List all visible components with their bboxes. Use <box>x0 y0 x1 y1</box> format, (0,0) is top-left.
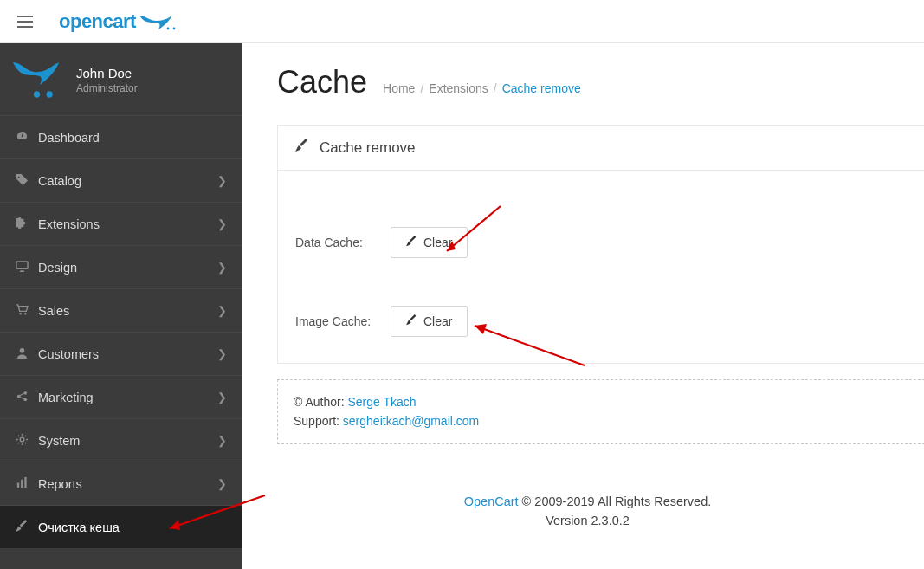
panel-title: Cache remove <box>320 139 416 157</box>
user-block: John Doe Administrator <box>0 43 242 115</box>
svg-point-11 <box>20 437 24 442</box>
top-bar: opencart <box>0 0 924 43</box>
cog-icon <box>16 433 38 449</box>
sidebar-item-label: Customers <box>38 347 217 361</box>
footer-version: Version 2.3.0.2 <box>277 512 898 531</box>
sidebar-item-label: Очистка кеша <box>38 521 227 534</box>
svg-point-7 <box>20 347 25 352</box>
share-icon <box>16 390 38 405</box>
sidebar-item-extensions[interactable]: Extensions❯ <box>0 202 242 245</box>
brand-name: opencart <box>59 10 136 33</box>
button-label: Clear <box>423 236 452 249</box>
chevron-right-icon: ❯ <box>217 217 227 230</box>
sidebar-item-label: Extensions <box>38 217 217 231</box>
sidebar-item-label: Dashboard <box>38 131 227 145</box>
author-info-box: © Author: Serge Tkach Support: sergheitk… <box>277 379 924 444</box>
sidebar-item-marketing[interactable]: Marketing❯ <box>0 375 242 418</box>
bars-icon <box>16 476 38 492</box>
user-icon <box>16 346 38 362</box>
footer: OpenCart © 2009-2019 All Rights Reserved… <box>277 493 924 531</box>
svg-rect-4 <box>16 261 28 268</box>
svg-point-5 <box>19 312 21 314</box>
svg-point-6 <box>24 312 26 314</box>
button-label: Clear <box>423 314 452 328</box>
footer-rights: © 2009-2019 All Rights Reserved. <box>519 495 712 508</box>
brush-icon <box>406 314 417 328</box>
chevron-right-icon: ❯ <box>217 477 227 490</box>
svg-rect-13 <box>21 479 23 487</box>
breadcrumb: Home/Extensions/Cache remove <box>383 81 581 95</box>
breadcrumb-item[interactable]: Extensions <box>429 81 488 95</box>
sidebar-item-system[interactable]: System❯ <box>0 418 242 462</box>
sidebar-item-sales[interactable]: Sales❯ <box>0 288 242 332</box>
page-header: Cache Home/Extensions/Cache remove <box>277 64 924 100</box>
page-title: Cache <box>277 64 367 100</box>
cache-row: Image Cache:Clear <box>295 306 907 337</box>
author-prefix: © Author: <box>294 395 347 409</box>
desktop-icon <box>16 260 38 275</box>
sidebar: John Doe Administrator DashboardCatalog❯… <box>0 43 242 569</box>
sidebar-item-customers[interactable]: Customers❯ <box>0 332 242 375</box>
panel-heading: Cache remove <box>278 126 924 171</box>
nav-menu: DashboardCatalog❯Extensions❯ Design❯Sale… <box>0 115 242 548</box>
cache-label: Data Cache: <box>295 236 391 249</box>
support-prefix: Support: <box>294 414 343 428</box>
cart-logo-icon <box>138 12 181 31</box>
sidebar-item-reports[interactable]: Reports❯ <box>0 462 242 505</box>
svg-rect-14 <box>24 476 26 487</box>
sidebar-item-design[interactable]: Design❯ <box>0 245 242 288</box>
brush-icon <box>16 520 38 535</box>
chevron-right-icon: ❯ <box>217 391 227 404</box>
sidebar-item-label: Marketing <box>38 391 217 404</box>
chevron-right-icon: ❯ <box>217 434 227 447</box>
svg-point-0 <box>167 27 170 29</box>
breadcrumb-item[interactable]: Cache remove <box>502 81 581 95</box>
sidebar-item-catalog[interactable]: Catalog❯ <box>0 158 242 202</box>
sidebar-item-очистка-кеша[interactable]: Очистка кеша <box>0 505 242 548</box>
chevron-right-icon: ❯ <box>217 174 227 187</box>
support-email-link[interactable]: sergheitkach@gmail.com <box>343 414 479 428</box>
user-role: Administrator <box>76 82 138 94</box>
svg-point-10 <box>23 398 27 401</box>
menu-toggle-button[interactable] <box>17 16 33 28</box>
sidebar-item-dashboard[interactable]: Dashboard <box>0 115 242 158</box>
author-link[interactable]: Serge Tkach <box>347 395 416 409</box>
tag-icon <box>16 173 38 189</box>
brush-icon <box>295 139 309 157</box>
sidebar-item-label: System <box>38 434 217 448</box>
cache-label: Image Cache: <box>295 314 391 328</box>
panel-body: Data Cache:ClearImage Cache:Clear <box>278 171 924 363</box>
user-name: John Doe <box>76 66 138 81</box>
breadcrumb-item[interactable]: Home <box>383 81 415 95</box>
chevron-right-icon: ❯ <box>217 347 227 360</box>
brush-icon <box>406 236 417 249</box>
sidebar-item-label: Reports <box>38 477 217 491</box>
chevron-right-icon: ❯ <box>217 261 227 274</box>
svg-point-9 <box>23 391 27 394</box>
user-avatar-icon <box>13 61 61 100</box>
cache-panel: Cache remove Data Cache:ClearImage Cache… <box>277 125 924 364</box>
cart-icon <box>16 303 38 319</box>
footer-brand-link[interactable]: OpenCart <box>464 495 519 508</box>
dashboard-icon <box>16 130 38 145</box>
svg-point-2 <box>34 91 40 97</box>
svg-point-3 <box>47 91 53 97</box>
cache-row: Data Cache:Clear <box>295 227 907 258</box>
sidebar-item-label: Catalog <box>38 174 217 188</box>
clear-button[interactable]: Clear <box>391 227 468 258</box>
puzzle-icon <box>16 217 38 232</box>
svg-rect-12 <box>17 482 19 488</box>
svg-point-1 <box>173 27 176 29</box>
clear-button[interactable]: Clear <box>391 306 468 337</box>
chevron-right-icon: ❯ <box>217 304 227 317</box>
content-area: Cache Home/Extensions/Cache remove Cache… <box>249 43 924 569</box>
sidebar-item-label: Design <box>38 261 217 275</box>
sidebar-item-label: Sales <box>38 304 217 318</box>
brand-logo[interactable]: opencart <box>59 10 181 33</box>
